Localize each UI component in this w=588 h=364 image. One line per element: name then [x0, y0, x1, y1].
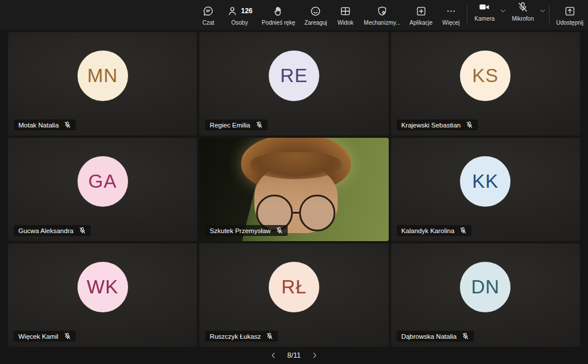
avatar-initials: KS — [472, 65, 498, 87]
mic-off-icon — [466, 121, 473, 129]
video-grid: MN Motak Natalia RE — [8, 32, 580, 347]
people-button[interactable]: 126 Osoby — [222, 0, 257, 30]
avatar-initials: RŁ — [281, 276, 307, 298]
react-label: Zareaguj — [304, 20, 327, 26]
camera-button[interactable]: Kamera — [470, 0, 499, 22]
participant-name-badge: Szkutek Przemysław — [205, 225, 288, 236]
microphone-label: Mikrofon — [512, 16, 533, 22]
participant-tile[interactable]: WK Więcek Kamil — [8, 243, 197, 347]
avatar-initials: MN — [87, 65, 118, 87]
microphone-chevron-down-icon[interactable] — [539, 7, 547, 15]
participant-tile[interactable]: MN Motak Natalia — [8, 32, 197, 135]
mic-off-icon — [517, 1, 529, 13]
toolbar-spacer — [0, 0, 195, 30]
apps-label: Aplikacje — [409, 20, 432, 26]
mic-off-icon — [276, 227, 283, 234]
participant-name-badge: Krajewski Sebastian — [397, 119, 478, 130]
participant-name-badge: Dąbrowska Natalia — [397, 331, 474, 342]
mic-off-icon — [79, 227, 86, 234]
raise-hand-icon — [272, 5, 284, 17]
avatar: KK — [460, 156, 510, 207]
avatar: WK — [78, 262, 128, 312]
mic-off-icon — [64, 332, 71, 340]
participant-tile[interactable]: DN Dąbrowska Natalia — [391, 243, 580, 347]
apps-plus-icon — [415, 5, 427, 17]
mic-off-icon — [64, 121, 71, 129]
chat-button[interactable]: Czat — [195, 0, 222, 30]
participant-tile[interactable]: GA Gucwa Aleksandra — [8, 138, 197, 241]
camera-label: Kamera — [474, 16, 494, 22]
participant-tile[interactable]: RE Regiec Emilia — [199, 32, 388, 135]
shield-gear-icon — [376, 5, 388, 17]
portrait-lens — [299, 195, 336, 231]
avatar-initials: WK — [87, 276, 118, 298]
participant-tile[interactable]: RŁ Ruszczyk Łukasz — [199, 243, 388, 347]
participant-name-badge: Kalandyk Karolina — [397, 225, 472, 236]
smile-icon — [310, 5, 322, 17]
avatar-initials: DN — [471, 276, 500, 298]
raise-hand-button[interactable]: Podnieś rękę — [257, 0, 300, 30]
avatar-initials: RE — [280, 65, 308, 87]
avatar-initials: KK — [472, 171, 498, 192]
participant-tile[interactable]: KS Krajewski Sebastian — [391, 32, 580, 135]
avatar: RE — [269, 51, 319, 101]
participant-name: Dąbrowska Natalia — [401, 333, 457, 340]
participant-name-badge: Więcek Kamil — [14, 331, 76, 342]
toolbar-divider — [467, 6, 467, 24]
mic-off-icon — [459, 227, 467, 234]
portrait-glasses-bridge — [293, 212, 299, 214]
react-button[interactable]: Zareaguj — [300, 0, 331, 30]
meeting-stage: MN Motak Natalia RE — [0, 30, 588, 347]
participant-name: Krajewski Sebastian — [401, 122, 461, 129]
avatar: RŁ — [269, 262, 319, 312]
view-button[interactable]: Widok — [332, 0, 359, 30]
participant-name-badge: Ruszczyk Łukasz — [205, 331, 278, 342]
participant-tile[interactable]: KK Kalandyk Karolina — [391, 138, 580, 241]
camera-chevron-down-icon[interactable] — [499, 7, 507, 15]
raise-hand-label: Podnieś rękę — [262, 20, 295, 26]
avatar: MN — [78, 51, 128, 101]
avatar: DN — [460, 262, 510, 312]
more-dots-icon — [445, 5, 457, 17]
portrait-fringe — [250, 152, 341, 179]
toolbar-divider — [549, 6, 550, 24]
apps-button[interactable]: Aplikacje — [405, 0, 437, 30]
previous-page-icon[interactable] — [269, 351, 278, 360]
page-indicator: 8/11 — [287, 351, 300, 359]
grid-pagination: 8/11 — [0, 347, 588, 364]
participant-count-badge: 126 — [241, 7, 253, 15]
more-button[interactable]: Więcej — [437, 0, 465, 30]
avatar-initials: GA — [88, 171, 117, 192]
people-label: Osoby — [231, 20, 248, 26]
participant-name: Regiec Emilia — [210, 122, 250, 129]
grid-view-icon — [339, 5, 351, 17]
more-label: Więcej — [442, 20, 459, 26]
participant-tile[interactable]: Szkutek Przemysław — [199, 138, 388, 241]
share-button[interactable]: Udostępnij — [552, 0, 588, 30]
mechanisms-button[interactable]: Mechanizmy... — [359, 0, 405, 30]
avatar: KS — [460, 51, 510, 101]
participant-name-badge: Motak Natalia — [14, 119, 76, 130]
view-label: Widok — [338, 20, 354, 26]
camera-icon — [478, 1, 490, 13]
mic-off-icon — [462, 332, 469, 340]
participant-name: Ruszczyk Łukasz — [210, 333, 261, 340]
mic-off-icon — [266, 332, 273, 340]
share-screen-icon — [564, 5, 576, 17]
participant-name-badge: Regiec Emilia — [205, 119, 267, 130]
meeting-toolbar: Czat 126 Osoby Podnieś rękę — [0, 0, 588, 30]
participant-name-badge: Gucwa Aleksandra — [14, 225, 91, 236]
share-label: Udostępnij — [556, 20, 583, 26]
people-icon — [227, 5, 239, 17]
participant-name: Szkutek Przemysław — [210, 227, 270, 234]
next-page-icon[interactable] — [310, 351, 319, 360]
mechanisms-label: Mechanizmy... — [364, 20, 401, 26]
participant-name: Kalandyk Karolina — [401, 227, 455, 234]
participant-name: Więcek Kamil — [18, 333, 59, 340]
participant-name: Motak Natalia — [18, 122, 59, 129]
chat-label: Czat — [202, 20, 214, 26]
avatar: GA — [78, 156, 128, 207]
mic-off-icon — [256, 121, 263, 129]
microphone-button[interactable]: Mikrofon — [507, 0, 538, 22]
chat-icon — [202, 5, 214, 17]
